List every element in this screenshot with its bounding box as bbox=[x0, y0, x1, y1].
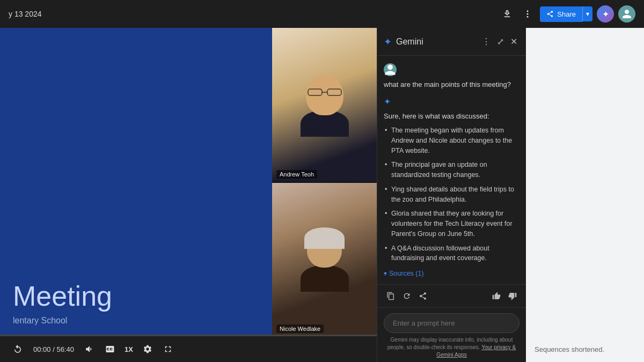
svg-rect-4 bbox=[327, 89, 341, 95]
slide-subtitle: lentary School bbox=[13, 316, 259, 326]
download-button[interactable] bbox=[499, 6, 515, 22]
participant-name-nicole: Nicole Wedlake bbox=[276, 324, 324, 333]
gemini-title: Gemini bbox=[396, 37, 475, 47]
captions-button[interactable] bbox=[101, 341, 119, 357]
video-progress-bar[interactable] bbox=[0, 335, 377, 336]
user-question: what are the main points of this meeting… bbox=[384, 79, 519, 90]
svg-point-2 bbox=[527, 16, 529, 18]
share-button[interactable]: Share bbox=[540, 6, 582, 22]
video-area: Meeting lentary School bbox=[0, 28, 377, 362]
gemini-expand-button[interactable]: ⤢ bbox=[495, 34, 506, 49]
thumbs-down-button[interactable] bbox=[506, 289, 519, 303]
chat-area: what are the main points of this meeting… bbox=[377, 56, 526, 284]
bullet-item-2: Ying shared details about the field trip… bbox=[384, 184, 519, 205]
sources-text: Sources (1) bbox=[389, 270, 424, 277]
participant-video-andrew bbox=[272, 28, 377, 182]
prompt-input[interactable] bbox=[384, 313, 519, 333]
date-label: y 13 2024 bbox=[9, 10, 42, 18]
bullet-list: The meeting began with updates from Andr… bbox=[384, 125, 519, 263]
sources-chevron-icon: ▾ bbox=[384, 270, 387, 277]
slide-title: Meeting bbox=[13, 281, 259, 312]
share-response-button[interactable] bbox=[416, 289, 430, 303]
svg-point-1 bbox=[527, 13, 529, 15]
participant-grid: Andrew Teoh Nicole Wedlake bbox=[272, 28, 377, 336]
fullscreen-button[interactable] bbox=[159, 341, 177, 357]
more-options-button[interactable] bbox=[519, 6, 536, 22]
participant-video-nicole bbox=[272, 183, 377, 337]
sequences-text: Sequences shortened. bbox=[535, 345, 604, 353]
user-message-block: what are the main points of this meeting… bbox=[384, 63, 519, 90]
bullet-item-0: The meeting began with updates from Andr… bbox=[384, 125, 519, 156]
thumbs-up-button[interactable] bbox=[489, 289, 503, 303]
speed-button[interactable]: 1X bbox=[121, 343, 136, 356]
settings-button[interactable] bbox=[138, 341, 157, 357]
replay-button[interactable] bbox=[9, 341, 27, 357]
gemini-panel: ✦ Gemini ⋮ ⤢ ✕ what are the main points … bbox=[377, 28, 526, 362]
presentation-slide: Meeting lentary School bbox=[0, 28, 272, 336]
response-actions bbox=[377, 284, 526, 307]
volume-button[interactable] bbox=[80, 341, 99, 357]
gemini-fab-button[interactable]: ✦ bbox=[597, 5, 614, 23]
svg-point-0 bbox=[527, 10, 529, 12]
gemini-header: ✦ Gemini ⋮ ⤢ ✕ bbox=[377, 28, 526, 56]
bullet-item-4: A Q&A discussion followed about fundrais… bbox=[384, 243, 519, 264]
user-avatar[interactable] bbox=[618, 5, 635, 23]
gemini-close-button[interactable]: ✕ bbox=[508, 34, 519, 49]
gemini-header-icons: ⋮ ⤢ ✕ bbox=[480, 34, 519, 49]
main-content: Meeting lentary School bbox=[0, 28, 644, 362]
right-sidebar: Sequences shortened. bbox=[526, 28, 644, 362]
top-bar-actions: Share ▾ ✦ bbox=[499, 5, 635, 23]
gemini-response-block: ✦ Sure, here is what was discussed: The … bbox=[384, 97, 519, 278]
gemini-more-button[interactable]: ⋮ bbox=[480, 34, 493, 49]
copy-button[interactable] bbox=[384, 289, 398, 303]
face-nicole bbox=[301, 227, 349, 286]
svg-rect-3 bbox=[308, 89, 322, 95]
user-avatar-small bbox=[384, 63, 397, 76]
response-intro: Sure, here is what was discussed: bbox=[384, 111, 519, 122]
prompt-disclaimer: Gemini may display inaccurate info, incl… bbox=[384, 336, 519, 359]
participant-tile-nicole: Nicole Wedlake bbox=[272, 183, 377, 337]
time-display: 00:00 / 56:40 bbox=[33, 345, 74, 353]
share-button-group: Share ▾ bbox=[540, 6, 592, 22]
share-dropdown-button[interactable]: ▾ bbox=[582, 6, 592, 21]
prompt-area: Gemini may display inaccurate info, incl… bbox=[377, 307, 526, 362]
gemini-response-star-icon: ✦ bbox=[384, 97, 519, 107]
sources-row[interactable]: ▾ Sources (1) bbox=[384, 270, 519, 277]
bullet-item-3: Gloria shared that they are looking for … bbox=[384, 209, 519, 239]
video-controls: 00:00 / 56:40 1X bbox=[0, 336, 377, 362]
participant-tile-andrew: Andrew Teoh bbox=[272, 28, 377, 182]
video-stage: Meeting lentary School bbox=[0, 28, 377, 336]
bullet-item-1: The principal gave an update on standard… bbox=[384, 160, 519, 180]
refresh-button[interactable] bbox=[400, 289, 414, 303]
participant-name-andrew: Andrew Teoh bbox=[276, 170, 317, 179]
face-andrew bbox=[301, 70, 349, 129]
gemini-star-icon: ✦ bbox=[384, 36, 392, 48]
top-bar: y 13 2024 Share ▾ ✦ bbox=[0, 0, 644, 28]
